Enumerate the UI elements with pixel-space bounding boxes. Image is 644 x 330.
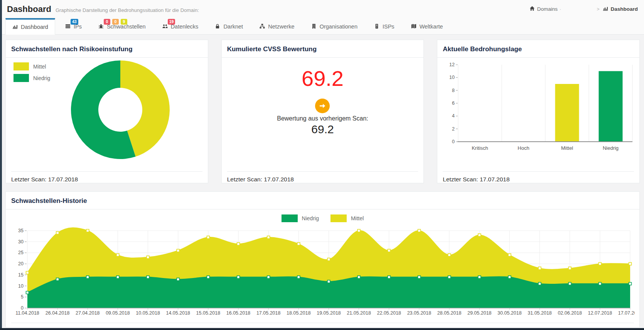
svg-text:26.04.2018: 26.04.2018 <box>46 310 70 316</box>
svg-text:28.05.2018: 28.05.2018 <box>437 310 462 316</box>
legend-swatch <box>13 74 29 82</box>
svg-text:11.04.2018: 11.04.2018 <box>15 310 39 316</box>
top-zone: Dashboard Graphische Darstellung der Bed… <box>2 0 644 35</box>
legend-item-niedrig[interactable]: Niedrig <box>282 214 319 222</box>
tab-label: Netzwerke <box>268 23 295 30</box>
threat-bar-chart: 024681012KritischHochMittelNiedrig <box>443 61 634 156</box>
legend-item-mittel[interactable]: Mittel <box>13 62 50 70</box>
svg-text:17.05.2018: 17.05.2018 <box>256 310 281 316</box>
legend-label: Mittel <box>33 64 46 70</box>
tab-label: Dashboard <box>21 24 48 30</box>
svg-text:12.07.2018: 12.07.2018 <box>588 310 612 316</box>
threat-card-title: Aktuelle Bedrohungslage <box>443 45 522 53</box>
cvss-previous-label: Bewertung aus vorherigem Scan: <box>277 115 368 122</box>
cvss-score-value: 69.2 <box>302 68 344 89</box>
legend-label: Mittel <box>351 215 364 221</box>
svg-text:8: 8 <box>452 88 455 93</box>
home-icon <box>529 6 535 12</box>
server-icon <box>374 23 379 30</box>
tab-bar: DashboardIPs43Schwachstellen009Datenleck… <box>2 18 644 35</box>
svg-text:35: 35 <box>18 228 24 233</box>
sitemap-icon <box>260 23 265 30</box>
cvss-card-title: Kumulierte CVSS Bewertung <box>227 45 317 53</box>
svg-text:21.05.2018: 21.05.2018 <box>347 310 371 316</box>
svg-text:22.05.2018: 22.05.2018 <box>377 310 401 316</box>
svg-text:30: 30 <box>18 239 24 245</box>
top-cards-row: Schwachstellen nach Risikoeinstufung Mit… <box>5 40 640 183</box>
page-title: Dashboard <box>7 4 51 14</box>
building-icon <box>311 23 317 30</box>
tab-schwachstellen[interactable]: Schwachstellen009 <box>92 18 152 34</box>
tab-label: ISPs <box>383 23 394 30</box>
cvss-card: Kumulierte CVSS Bewertung 69.2 Bewertung… <box>221 40 424 183</box>
risk-card: Schwachstellen nach Risikoeinstufung Mit… <box>5 40 208 183</box>
legend-item-niedrig[interactable]: Niedrig <box>13 74 50 82</box>
history-card-header: Schwachstellen-Historie <box>6 192 639 209</box>
svg-text:10: 10 <box>18 283 24 289</box>
svg-text:Niedrig: Niedrig <box>603 145 619 151</box>
svg-text:17.07.2018: 17.07.2018 <box>618 310 635 316</box>
tab-badges: 19 <box>168 19 175 25</box>
tab-netzwerke[interactable]: Netzwerke <box>253 18 301 34</box>
history-legend: NiedrigMittel <box>6 214 639 222</box>
svg-text:4: 4 <box>452 113 455 119</box>
last-scan-label: Letzter Scan: 17.07.2018 <box>443 176 509 183</box>
tab-label: Darknet <box>223 23 243 30</box>
svg-text:5: 5 <box>21 294 24 300</box>
bar-chart-icon <box>12 24 18 30</box>
history-area-chart: 0510152025303511.04.201826.04.201827.04.… <box>10 223 635 319</box>
cvss-card-body: 69.2 Bewertung aus vorherigem Scan: 69.2 <box>222 58 424 171</box>
breadcrumb-dashboard-label: Dashboard <box>610 6 638 12</box>
tab-badge: 0 <box>112 19 119 25</box>
svg-text:Hoch: Hoch <box>518 145 529 151</box>
breadcrumb: Domains · > Dashboard <box>529 6 638 12</box>
history-card: Schwachstellen-Historie NiedrigMittel 05… <box>5 191 640 328</box>
cvss-previous-score: 69.2 <box>311 123 334 136</box>
tab-badges: 43 <box>71 19 78 25</box>
svg-text:15: 15 <box>18 272 24 278</box>
tab-darknet[interactable]: Darknet <box>208 18 250 34</box>
arrow-right-circle-icon <box>315 99 330 113</box>
svg-text:14.05.2018: 14.05.2018 <box>166 310 190 316</box>
svg-text:27.04.2018: 27.04.2018 <box>76 310 100 316</box>
svg-text:18.05.2018: 18.05.2018 <box>287 310 311 316</box>
svg-text:10: 10 <box>449 75 455 80</box>
last-scan-label: Letzter Scan: 17.07.2018 <box>227 176 294 183</box>
risk-donut-chart <box>70 59 171 160</box>
tab-ips[interactable]: IPs43 <box>59 18 88 34</box>
bar-chart-icon <box>603 6 608 12</box>
svg-text:0: 0 <box>452 139 455 144</box>
svg-text:25: 25 <box>18 250 24 255</box>
tab-dashboard[interactable]: Dashboard <box>5 18 55 35</box>
tab-isps[interactable]: ISPs <box>368 18 401 34</box>
tab-organisationen[interactable]: Organisationen <box>305 18 364 34</box>
list-icon <box>65 23 71 30</box>
svg-text:2: 2 <box>452 126 455 132</box>
page-bottom-bar <box>0 328 644 330</box>
threat-card-body: 024681012KritischHochMittelNiedrig <box>437 58 639 171</box>
users-icon <box>162 23 168 30</box>
tab-badge: 43 <box>71 19 78 25</box>
legend-label: Niedrig <box>302 215 319 221</box>
svg-text:29.05.2018: 29.05.2018 <box>467 310 492 316</box>
history-card-title: Schwachstellen-Historie <box>11 197 87 204</box>
cvss-card-header: Kumulierte CVSS Bewertung <box>222 40 424 58</box>
page-subtitle: Graphische Darstellung der Bedrohungssit… <box>56 7 199 13</box>
history-card-footer <box>11 323 634 327</box>
breadcrumb-dashboard[interactable]: Dashboard <box>603 6 638 12</box>
tab-weltkarte[interactable]: Weltkarte <box>405 18 450 34</box>
history-card-body: NiedrigMittel 0510152025303511.04.201826… <box>6 209 639 323</box>
svg-text:15.05.2018: 15.05.2018 <box>196 310 221 316</box>
bug-icon <box>98 23 104 30</box>
svg-text:30.05.2018: 30.05.2018 <box>497 310 522 316</box>
content-area: Schwachstellen nach Risikoeinstufung Mit… <box>2 35 644 328</box>
tab-badge: 9 <box>121 19 127 25</box>
breadcrumb-domains[interactable]: Domains <box>529 6 558 12</box>
tab-datenlecks[interactable]: Datenlecks19 <box>156 18 205 34</box>
svg-text:16.05.2018: 16.05.2018 <box>226 310 251 316</box>
legend-item-mittel[interactable]: Mittel <box>330 214 364 222</box>
svg-text:10.05.2018: 10.05.2018 <box>136 310 160 316</box>
tab-badges: 009 <box>104 19 127 25</box>
svg-text:6: 6 <box>452 101 455 106</box>
bottom-cards-row: Schwachstellen-Historie NiedrigMittel 05… <box>5 191 640 328</box>
